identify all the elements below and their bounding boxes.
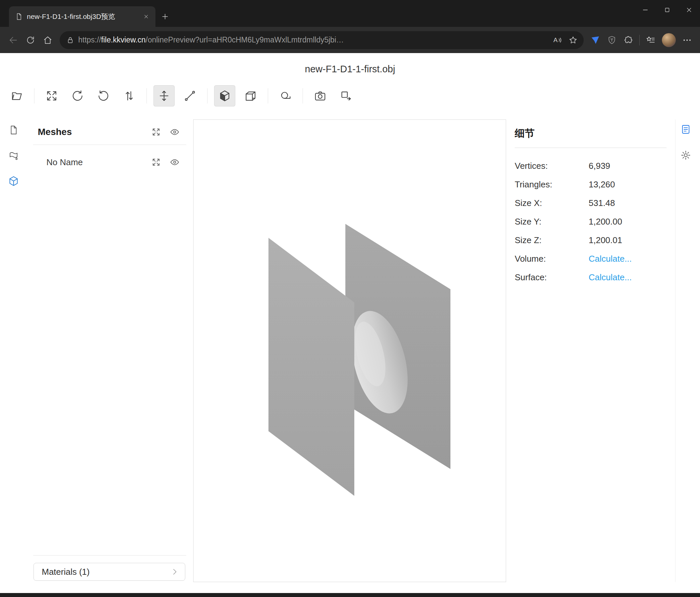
read-aloud-button[interactable]: A — [549, 32, 565, 48]
rotate-vertical-button[interactable] — [93, 85, 114, 106]
model-canvas — [194, 120, 506, 582]
minimize-icon — [642, 6, 649, 14]
details-value: 1,200.01 — [589, 235, 622, 245]
url-scheme: https:// — [78, 35, 101, 44]
screenshot-button[interactable] — [309, 85, 331, 106]
back-button[interactable] — [5, 31, 22, 49]
panel-divider — [33, 555, 186, 555]
more-button[interactable] — [679, 32, 695, 48]
details-row: Volume:Calculate... — [515, 249, 671, 268]
file-icon — [8, 125, 19, 135]
details-divider — [515, 148, 667, 148]
details-row: Size X:531.48 — [515, 194, 671, 212]
browser-tab[interactable]: new-F1-D1-1-first.obj3D预览 — [9, 6, 155, 27]
camera-icon — [314, 90, 326, 102]
fit-view-icon — [45, 90, 58, 102]
maximize-icon — [664, 6, 671, 14]
lock-icon[interactable] — [66, 36, 74, 44]
open-file-icon — [10, 90, 23, 102]
svg-text:A: A — [553, 37, 558, 44]
calculate-volume-link[interactable]: Calculate... — [589, 254, 632, 264]
meshes-header: Meshes — [28, 119, 186, 145]
meshes-panel: Meshes No Name Materials (1) — [28, 119, 186, 582]
details-row: Vertices:6,939 — [515, 157, 671, 175]
avatar[interactable] — [662, 33, 676, 47]
refresh-button[interactable] — [22, 31, 39, 49]
materials-button[interactable]: Materials (1) — [33, 563, 185, 581]
close-button[interactable] — [678, 0, 700, 20]
details-rows: Vertices:6,939 Triangles:13,260 Size X:5… — [515, 157, 671, 287]
model-plane-left — [269, 238, 354, 496]
url-text[interactable]: https://file.kkview.cn/onlinePreview?url… — [78, 35, 549, 44]
url-domain: file.kkview.cn — [101, 35, 146, 44]
extensions-button[interactable] — [620, 32, 637, 48]
tab-favicon-icon — [15, 13, 23, 21]
mesh-list-item[interactable]: No Name — [28, 145, 186, 180]
details-label: Volume: — [515, 254, 589, 264]
toolbar-separator — [268, 88, 268, 103]
cube-3d-icon — [8, 175, 19, 187]
solid-view-button[interactable] — [214, 85, 235, 106]
settings-button[interactable] — [678, 148, 693, 163]
new-tab-button[interactable] — [155, 6, 175, 27]
page-title: new-F1-D1-1-first.obj — [0, 64, 700, 75]
details-panel: 细节 Vertices:6,939 Triangles:13,260 Size … — [515, 119, 671, 287]
tab-title: new-F1-D1-1-first.obj3D预览 — [27, 12, 137, 21]
measure-tape-icon — [279, 90, 292, 102]
url-path: /onlinePreview?url=aHR0cHM6Ly9maWxlLmtrd… — [146, 35, 344, 44]
wireframe-view-button[interactable] — [240, 85, 261, 106]
materials-icon — [8, 150, 19, 161]
measure-line-button[interactable] — [179, 85, 201, 106]
visibility-mesh-eye-icon[interactable] — [170, 157, 180, 167]
model-tree-button[interactable] — [6, 174, 21, 188]
rotate-horizontal-icon — [71, 90, 84, 102]
pan-vertical-button[interactable] — [153, 85, 175, 106]
wireframe-view-icon — [244, 90, 257, 102]
visibility-all-eye-icon[interactable] — [170, 127, 180, 137]
flip-vertical-button[interactable] — [119, 85, 140, 106]
details-label: Triangles: — [515, 180, 589, 190]
left-icon-strip — [6, 123, 21, 188]
fit-all-icon[interactable] — [151, 127, 161, 137]
home-button[interactable] — [39, 31, 56, 49]
tab-bar: new-F1-D1-1-first.obj3D预览 — [0, 0, 700, 27]
viewport-3d[interactable] — [193, 119, 506, 582]
calculate-surface-link[interactable]: Calculate... — [589, 272, 632, 283]
export-button[interactable] — [335, 85, 357, 106]
navigation-bar: https://file.kkview.cn/onlinePreview?url… — [0, 27, 700, 53]
details-tab-button[interactable] — [678, 122, 693, 137]
fit-mesh-icon[interactable] — [151, 158, 161, 167]
tab-close-button[interactable] — [141, 11, 151, 22]
window-controls — [634, 0, 700, 20]
measure-tape-button[interactable] — [275, 85, 296, 106]
minimize-button[interactable] — [634, 0, 656, 20]
back-icon — [8, 35, 18, 45]
details-row: Triangles:13,260 — [515, 175, 671, 194]
fit-view-button[interactable] — [41, 85, 62, 106]
details-value: 1,200.00 — [589, 217, 622, 227]
maximize-button[interactable] — [656, 0, 678, 20]
details-label: Size Y: — [515, 217, 589, 227]
rotate-vertical-icon — [97, 90, 110, 102]
star-icon — [569, 35, 578, 45]
rotate-horizontal-button[interactable] — [67, 85, 88, 106]
bookmark-star-button[interactable] — [565, 32, 581, 48]
toolbar-separator — [303, 88, 303, 103]
window-bottom-edge — [0, 593, 700, 597]
address-bar[interactable]: https://file.kkview.cn/onlinePreview?url… — [60, 31, 584, 49]
details-label: Surface: — [515, 272, 589, 283]
mesh-name: No Name — [46, 157, 151, 167]
shield-extension-button[interactable] — [604, 32, 620, 48]
materials-label: Materials (1) — [42, 567, 170, 577]
favorites-icon — [646, 35, 656, 45]
gear-icon — [680, 150, 691, 161]
translate-extension-button[interactable] — [587, 32, 604, 48]
materials-strip-button[interactable] — [6, 148, 21, 163]
file-info-button[interactable] — [6, 123, 21, 137]
meshes-title: Meshes — [38, 127, 151, 137]
open-file-button[interactable] — [6, 85, 27, 106]
favorites-button[interactable] — [642, 32, 659, 48]
details-value: 531.48 — [589, 198, 615, 208]
export-icon — [340, 90, 352, 102]
details-label: Size Z: — [515, 235, 589, 245]
